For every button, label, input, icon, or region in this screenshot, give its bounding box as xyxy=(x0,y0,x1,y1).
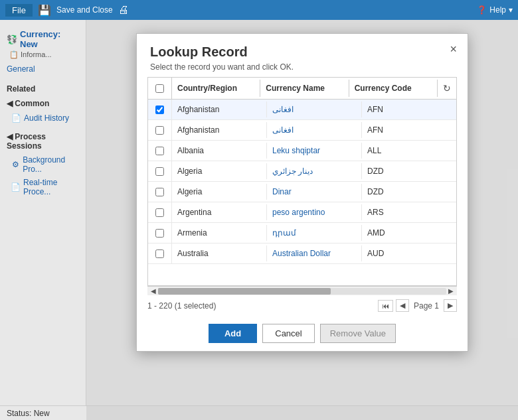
row-checkbox[interactable] xyxy=(155,188,164,196)
td-country: Armenia xyxy=(172,225,267,241)
sidebar-item-realtime[interactable]: 📄 Real-time Proce... xyxy=(0,176,86,198)
row-checkbox[interactable] xyxy=(155,249,164,258)
toolbar: File 💾 Save and Close 🖨 ❓ Help ▾ xyxy=(0,0,518,20)
th-currency-name: Currency Name xyxy=(260,80,349,97)
realtime-icon: 📄 xyxy=(11,182,21,192)
main-content: Lookup Record Select the record you want… xyxy=(86,20,518,420)
row-checkbox-cell xyxy=(148,244,172,263)
status-text: Status: New xyxy=(7,409,50,418)
help-label: Help xyxy=(489,5,506,15)
row-checkbox-cell xyxy=(148,120,172,140)
scroll-thumb[interactable] xyxy=(158,288,331,295)
row-checkbox[interactable] xyxy=(155,147,164,155)
scroll-left-arrow[interactable]: ◀ xyxy=(149,287,158,295)
td-country: Algeria xyxy=(172,163,267,179)
currency-title-text: Currency: New xyxy=(20,29,79,49)
th-currency-code: Currency Code xyxy=(349,80,438,97)
td-country: Afghanistan xyxy=(172,102,267,117)
first-page-button[interactable]: ⏮ xyxy=(378,300,393,312)
common-section: ◀ Common 📄 Audit History xyxy=(0,96,86,125)
td-currency-name[interactable]: افغانی xyxy=(267,122,362,138)
common-header: ◀ Common xyxy=(0,96,86,111)
modal-header: Lookup Record Select the record you want… xyxy=(137,34,468,77)
td-currency-code: DZD xyxy=(362,184,456,200)
row-checkbox[interactable] xyxy=(155,208,164,217)
td-country: Albania xyxy=(172,143,267,159)
table-row[interactable]: Armenia դրամ AMD xyxy=(148,223,456,244)
currency-header: 💱 Currency: New 📋 Informa... xyxy=(0,25,86,63)
prev-page-button[interactable]: ◀ xyxy=(396,299,409,312)
currency-subtitle: 📋 Informa... xyxy=(7,50,79,59)
print-icon: 🖨 xyxy=(118,4,129,16)
td-currency-name[interactable]: دينار جزائري xyxy=(267,163,362,179)
help-chevron-icon: ▾ xyxy=(509,5,513,15)
td-country: Algeria xyxy=(172,184,267,200)
table-row[interactable]: Algeria دينار جزائري DZD xyxy=(148,161,456,182)
help-button[interactable]: ❓ Help ▾ xyxy=(477,5,513,15)
td-currency-name[interactable]: դրամ xyxy=(267,225,362,241)
currency-title: 💱 Currency: New xyxy=(7,29,79,49)
process-sessions-header: ◀ Process Sessions xyxy=(0,129,86,153)
modal-footer: Add Cancel Remove Value xyxy=(137,316,468,351)
header-checkbox[interactable] xyxy=(155,84,164,93)
table-row[interactable]: Afghanistan افغانی AFN xyxy=(148,100,456,120)
row-checkbox[interactable] xyxy=(155,105,164,114)
next-page-button[interactable]: ▶ xyxy=(444,299,457,312)
td-country: Australia xyxy=(172,245,267,261)
td-currency-name[interactable]: Australian Dollar xyxy=(267,245,362,261)
modal-backdrop: Lookup Record Select the record you want… xyxy=(86,20,518,420)
refresh-button[interactable]: ↻ xyxy=(438,83,456,94)
currency-icon: 💱 xyxy=(7,35,17,44)
scroll-track xyxy=(158,288,446,295)
table-row[interactable]: Argentina peso argentino ARS xyxy=(148,202,456,223)
add-button[interactable]: Add xyxy=(209,324,257,343)
help-icon: ❓ xyxy=(477,5,487,15)
sidebar-item-background[interactable]: ⚙ Background Pro... xyxy=(0,153,86,176)
table-row[interactable]: Australia Australian Dollar AUD xyxy=(148,244,456,264)
table-row[interactable]: Afghanistan افغانی AFN xyxy=(148,120,456,141)
modal-title: Lookup Record xyxy=(150,44,454,60)
save-icon: 💾 xyxy=(38,4,51,17)
td-currency-name[interactable]: peso argentino xyxy=(267,204,362,220)
td-currency-name[interactable]: Leku shqiptar xyxy=(267,143,362,159)
cancel-button[interactable]: Cancel xyxy=(262,324,314,343)
app-body: 💱 Currency: New 📋 Informa... General Rel… xyxy=(0,20,518,420)
pagination-bar: 1 - 220 (1 selected) ⏮ ◀ Page 1 ▶ xyxy=(137,295,468,316)
general-link[interactable]: General xyxy=(0,63,86,75)
audit-icon: 📄 xyxy=(11,113,21,123)
file-button[interactable]: File xyxy=(5,4,33,17)
td-currency-name[interactable]: افغانی xyxy=(267,102,362,117)
row-checkbox[interactable] xyxy=(155,229,164,238)
page-label: Page 1 xyxy=(414,301,439,311)
td-currency-name[interactable]: Dinar xyxy=(267,184,362,200)
process-arrow-icon: ◀ xyxy=(7,132,15,141)
header-checkbox-cell xyxy=(148,78,172,99)
remove-value-button[interactable]: Remove Value xyxy=(320,324,396,343)
td-currency-code: AFN xyxy=(362,102,456,117)
row-checkbox-cell xyxy=(148,182,172,202)
process-sessions-section: ◀ Process Sessions ⚙ Background Pro... 📄… xyxy=(0,129,86,198)
common-arrow-icon: ◀ xyxy=(7,99,15,108)
td-country: Argentina xyxy=(172,204,267,220)
row-checkbox-cell xyxy=(148,100,172,119)
td-currency-code: AMD xyxy=(362,225,456,241)
sidebar: 💱 Currency: New 📋 Informa... General Rel… xyxy=(0,20,86,420)
table-header: Country/Region Currency Name Currency Co… xyxy=(148,78,456,100)
horizontal-scrollbar[interactable]: ◀ ▶ xyxy=(147,286,457,295)
info-icon: 📋 xyxy=(9,50,19,58)
modal-subtitle: Select the record you want and click OK. xyxy=(150,62,454,72)
scroll-right-arrow[interactable]: ▶ xyxy=(446,287,456,295)
pagination-range: 1 - 220 (1 selected) xyxy=(147,301,216,311)
table-row[interactable]: Albania Leku shqiptar ALL xyxy=(148,141,456,161)
row-checkbox-cell xyxy=(148,202,172,222)
td-currency-code: ARS xyxy=(362,204,456,220)
row-checkbox[interactable] xyxy=(155,167,164,176)
sidebar-item-audit-history[interactable]: 📄 Audit History xyxy=(0,111,86,125)
save-close-button[interactable]: Save and Close xyxy=(56,5,113,15)
modal-close-button[interactable]: × xyxy=(450,43,457,55)
table-row[interactable]: Algeria Dinar DZD xyxy=(148,182,456,202)
lookup-table: Country/Region Currency Name Currency Co… xyxy=(147,77,457,286)
row-checkbox-cell xyxy=(148,223,172,243)
td-currency-code: AUD xyxy=(362,245,456,261)
row-checkbox[interactable] xyxy=(155,126,164,135)
